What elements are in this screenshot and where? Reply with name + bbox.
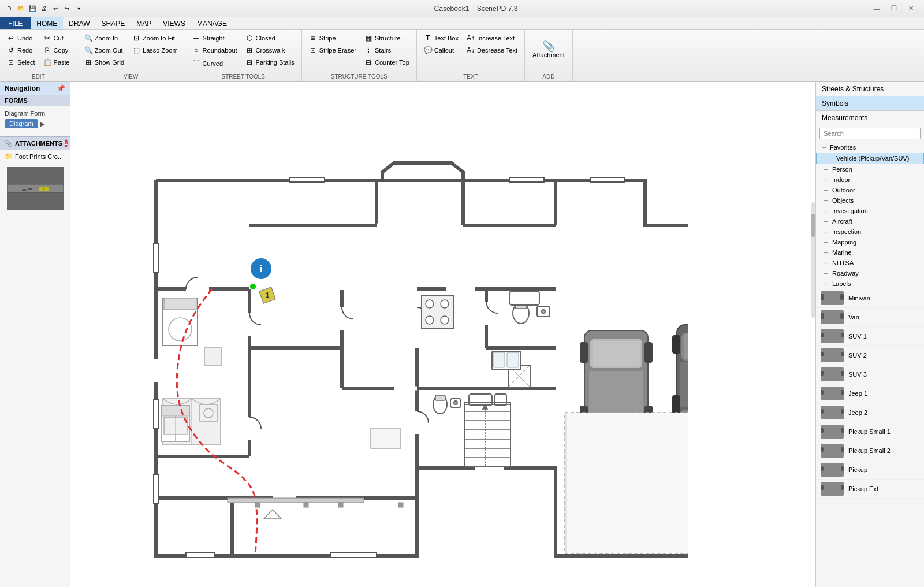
tree-item-roadway[interactable]: ─ Roadway [816,268,924,278]
attachment-button[interactable]: 📎 Attachment [528,32,569,67]
curved-button[interactable]: ⌒ Curved [189,57,241,70]
copy-button[interactable]: ⎘ Copy [40,44,73,56]
tree-item-mapping[interactable]: ─ Mapping [816,237,924,247]
menu-file[interactable]: FILE [0,17,31,29]
svg-rect-116 [684,334,688,359]
roundabout-button[interactable]: ○ Roundabout [189,44,241,56]
tree-item-objects[interactable]: ─ Objects [816,195,924,206]
open-icon[interactable]: 📂 [16,4,25,13]
titlebar-title: Casebook1 – ScenePD 7.3 [434,5,518,13]
suv2-label: SUV 2 [848,352,867,359]
svg-point-64 [426,300,434,308]
tree-item-inspection[interactable]: ─ Inspection [816,226,924,237]
svg-rect-145 [841,390,844,395]
pin-icon[interactable]: 📌 [57,84,65,92]
symbol-jeep2[interactable]: Jeep 2 [816,403,924,422]
symbol-minivan[interactable]: Minivan [816,289,924,308]
dropdown-icon[interactable]: ▾ [74,4,83,13]
undo-button[interactable]: ↩ Undo [3,32,39,44]
menu-map[interactable]: MAP [131,17,157,29]
expand-icon-9: ─ [824,229,830,235]
svg-rect-140 [822,369,843,380]
close-button[interactable]: ✕ [903,3,919,14]
tab-measurements[interactable]: Measurements [816,111,924,125]
increase-text-button[interactable]: A↑ Increase Text [463,32,521,44]
callout-button[interactable]: 💬 Callout [420,44,462,56]
view-label: VIEW [81,72,181,80]
symbol-pickup[interactable]: Pickup [816,460,924,480]
decrease-text-button[interactable]: A↓ Decrease Text [463,44,521,56]
zoom-in-button[interactable]: 🔍 Zoom In [81,32,128,44]
stairs-button[interactable]: ⌇ Stairs [361,44,413,56]
tree-item-indoor[interactable]: ─ Indoor [816,174,924,185]
tree-item-outdoor[interactable]: ─ Outdoor [816,185,924,195]
cut-button[interactable]: ✂ Cut [40,32,73,44]
ribbon-group-add: 📎 Attachment ADD [525,30,573,81]
show-grid-button[interactable]: ⊞ Show Grid [81,57,128,68]
attach-item[interactable]: 📁 Foot Prints Cro... [0,150,70,162]
stripe-eraser-button[interactable]: ⊡ Stripe Eraser [305,44,360,56]
crosswalk-button[interactable]: ⊞ Crosswalk [242,44,298,56]
inspection-label: Inspection [832,228,861,235]
structure-button[interactable]: ▦ Structure [361,32,413,44]
parking-stalls-button[interactable]: ⊟ Parking Stalls [242,57,298,68]
redo-small-icon[interactable]: ↪ [62,4,72,13]
menu-shape[interactable]: SHAPE [96,17,131,29]
add-label: ADD [528,72,569,80]
svg-rect-48 [186,553,215,558]
svg-point-52 [542,310,545,313]
symbol-jeep1[interactable]: Jeep 1 [816,384,924,403]
tree-item-vehicle[interactable]: Vehicle (Pickup/Van/SUV) [816,153,924,164]
counter-top-button[interactable]: ⊟ Counter Top [361,57,413,68]
closed-button[interactable]: ⬡ Closed [242,32,298,44]
svg-point-67 [441,316,449,324]
tree-item-investigation[interactable]: ─ Investigation [816,206,924,216]
symbol-suv2[interactable]: SUV 2 [816,346,924,365]
search-input[interactable] [819,128,921,139]
scrollbar-thumb[interactable] [811,214,815,237]
straight-button[interactable]: ─ Straight [189,32,241,44]
tab-streets-structures[interactable]: Streets & Structures [816,82,924,96]
maximize-button[interactable]: ❐ [886,3,902,14]
menu-manage[interactable]: MANAGE [191,17,233,29]
redo-button[interactable]: ↺ Redo [3,44,39,56]
zoom-fit-button[interactable]: ⊡ Zoom to Fit [129,32,181,44]
stripe-button[interactable]: ≡ Stripe [305,32,360,44]
zoom-out-button[interactable]: 🔍 Zoom Out [81,44,128,56]
structure-buttons: ≡ Stripe ⊡ Stripe Eraser ▦ Structure ⌇ S… [305,32,413,70]
minimize-button[interactable]: — [869,3,885,14]
vehicle-label: Vehicle (Pickup/Van/SUV) [836,155,909,162]
svg-rect-71 [464,402,511,467]
diagram-chip[interactable]: Diagram [5,119,38,128]
tree-item-labels[interactable]: ─ Labels [816,278,924,289]
menu-draw[interactable]: DRAW [63,17,95,29]
attach-thumbnail[interactable]: 7 [7,167,64,210]
tree-item-favorites[interactable]: ─ Favorites [816,142,924,153]
text-box-button[interactable]: T Text Box [420,32,462,44]
paste-button[interactable]: 📋 Paste [40,57,73,68]
canvas-area[interactable]: i 1 [70,82,815,587]
diagram-form-area: Diagram Form Diagram ▶ [0,106,70,132]
lasso-zoom-button[interactable]: ⬚ Lasso Zoom [129,44,181,56]
undo-small-icon[interactable]: ↩ [51,4,60,13]
menu-home[interactable]: HOME [31,17,63,29]
tree-item-aircraft[interactable]: ─ Aircraft [816,216,924,226]
symbol-pickup-small-2[interactable]: Pickup Small 2 [816,441,924,460]
select-button[interactable]: ⊡ Select [3,57,39,68]
expand-icon-4: ─ [824,177,830,183]
symbol-pickup-small-1[interactable]: Pickup Small 1 [816,422,924,441]
symbol-suv3[interactable]: SUV 3 [816,365,924,384]
tab-symbols[interactable]: Symbols [816,96,924,111]
tree-item-person[interactable]: ─ Person [816,164,924,174]
symbol-van[interactable]: Van [816,308,924,327]
print-icon[interactable]: 🖨 [39,4,49,13]
menu-views[interactable]: VIEWS [157,17,191,29]
tree-item-nhtsa[interactable]: ─ NHTSA [816,258,924,268]
expand-arrow[interactable]: ▶ [40,121,45,127]
save-icon[interactable]: 💾 [28,4,37,13]
new-icon[interactable]: 🗋 [5,4,14,13]
symbol-pickup-ext[interactable]: Pickup Ext [816,480,924,499]
svg-rect-55 [435,395,445,400]
symbol-suv1[interactable]: SUV 1 [816,327,924,346]
tree-item-marine[interactable]: ─ Marine [816,247,924,258]
